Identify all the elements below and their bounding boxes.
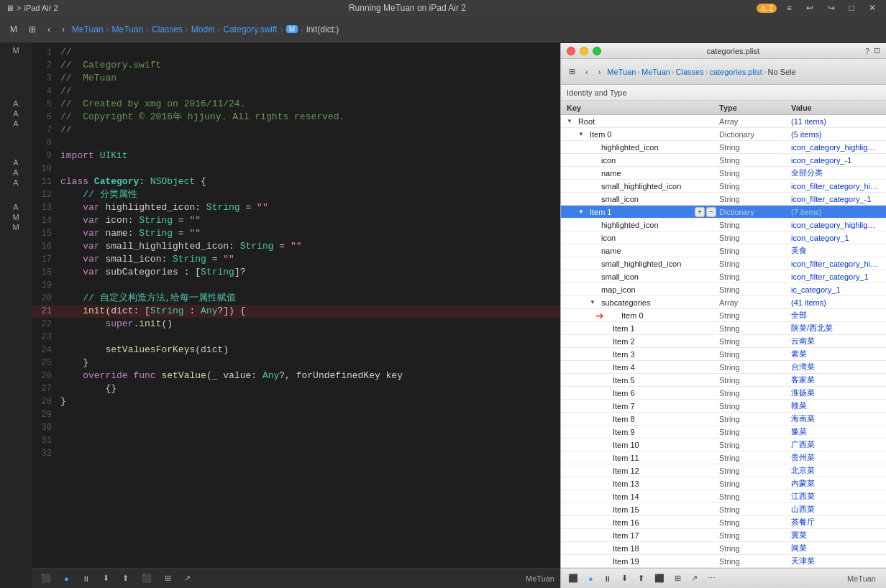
plist-row-sub-item13[interactable]: Item 13String内蒙菜 [561,477,886,490]
bc-model[interactable]: Model [191,24,215,35]
plist-value-subcategories: (41 items) [791,298,886,307]
pbc-classes[interactable]: Classes [676,68,704,76]
bc-m-badge[interactable]: M [286,25,298,33]
plist-key-sub-item10: Item 10 [561,441,719,449]
plist-back-btn[interactable]: ⊞ [565,65,579,78]
plist-bottom-icon6[interactable]: ⬛ [652,572,667,584]
plist-row-sub-item14[interactable]: Item 14String江西菜 [561,490,886,503]
plist-row-item0[interactable]: Item 0Dictionary(5 items) [561,128,886,141]
code-bottom-icon5[interactable]: ⬆ [119,572,132,584]
plist-row-item1-map_icon[interactable]: map_iconStringic_category_1 [561,283,886,296]
plist-row-sub-item18[interactable]: Item 18String闽菜 [561,542,886,555]
forward-btn[interactable]: › [58,22,69,37]
plist-nav-fwd[interactable]: › [595,66,605,78]
traffic-light-red[interactable] [567,47,575,55]
bc-metuan2[interactable]: MeTuan [112,24,144,35]
triangle-icon-item0[interactable] [578,131,584,137]
plist-row-item1-small_highlighted_icon[interactable]: small_highlighted_iconStringicon_filter_… [561,257,886,270]
plist-row-item0-highlighted_icon[interactable]: highlighted_iconStringicon_category_high… [561,141,886,154]
plist-row-sub-item1[interactable]: Item 1String陕菜/西北菜 [561,322,886,335]
plist-key-text-sub-item8: Item 8 [613,415,635,423]
plist-row-sub-item19[interactable]: Item 19String天津菜 [561,555,886,568]
breadcrumb-label[interactable]: iPad Air 2 [24,4,58,12]
plist-row-sub-item17[interactable]: Item 17String冀菜 [561,529,886,542]
plist-row-item0-name[interactable]: nameString全部分类 [561,167,886,180]
plist-bottom-icon9[interactable]: ⋯ [705,572,718,584]
plist-row-item1[interactable]: Item 1+−Dictionary(7 items) [561,206,886,219]
code-bottom-icon2[interactable]: ● [60,573,73,584]
triangle-icon-item1[interactable] [578,208,584,215]
pbc-metuan2[interactable]: MeTuan [641,68,670,76]
bc-classes[interactable]: Classes [152,24,183,35]
gutter-label-a7: A [13,203,18,211]
plist-key-item0-name: name [561,169,719,178]
code-line-6: 6 // Copyright © 2016年 hjjuny. All right… [32,111,560,124]
plist-row-subcategories[interactable]: subcategoriesArray(41 items) [561,296,886,309]
back-btn[interactable]: ‹ [43,22,55,37]
plist-bottom-icon3[interactable]: ⏸ [600,573,614,584]
plist-row-sub-item12[interactable]: Item 12String北京菜 [561,464,886,477]
plist-row-sub-item16[interactable]: Item 16String茶餐厅 [561,516,886,529]
plist-key-item1-map_icon: map_icon [561,285,719,294]
bc-metuan1[interactable]: MeTuan [72,24,104,35]
plist-row-sub-item15[interactable]: Item 15String山西菜 [561,503,886,516]
close-btn[interactable]: ✕ [864,1,880,15]
code-bottom-icon1[interactable]: ⬛ [37,572,55,584]
code-bottom-icon6[interactable]: ⬛ [138,572,155,584]
plist-row-sub-item6[interactable]: Item 6String淮扬菜 [561,387,886,400]
plist-row-sub-item0[interactable]: ➔Item 0String全部 [561,309,886,322]
plist-row-item0-small_highlighted_icon[interactable]: small_highlighted_iconStringicon_filter_… [561,180,886,193]
code-bottom-icon8[interactable]: ↗ [181,572,194,584]
plist-type-sub-item4: String [719,363,791,372]
sidebar-toggle-btn[interactable]: M [6,22,22,37]
plist-row-item1-highlighted_icon[interactable]: highlighted_iconStringicon_category_high… [561,219,886,231]
plist-content[interactable]: RootArray(11 items)Item 0Dictionary(5 it… [561,115,886,568]
code-bottom-icon4[interactable]: ⬇ [99,572,113,584]
plist-row-sub-item3[interactable]: Item 3String素菜 [561,348,886,361]
bc-category-swift[interactable]: Category.swift [224,24,278,35]
code-bottom-icon7[interactable]: ⊞ [161,572,175,584]
plist-type-sub-item19: String [719,557,791,566]
plist-bottom-icon2[interactable]: ● [585,573,596,584]
plist-row-item0-small_icon[interactable]: small_iconStringicon_filter_category_-1 [561,193,886,206]
plist-bottom-icon8[interactable]: ↗ [688,572,700,584]
plist-row-sub-item9[interactable]: Item 9String豫菜 [561,426,886,438]
window-btn[interactable]: □ [845,1,859,15]
pbc-categories-plist[interactable]: categories.plist [709,68,762,76]
warning-badge[interactable]: ⚠ 2 [757,4,776,13]
plist-add-btn-item1[interactable]: + [695,207,705,217]
plist-del-btn-item1[interactable]: − [706,207,716,217]
code-bottom-icon3[interactable]: ⏸ [78,573,93,584]
plist-row-sub-item5[interactable]: Item 5String客家菜 [561,374,886,387]
plist-bottom-icon4[interactable]: ⬇ [618,572,631,584]
main-area: M A A A A A A A M M 1 // 2 // Category.s… [0,43,886,588]
plist-row-sub-item10[interactable]: Item 10String广西菜 [561,438,886,451]
undo-btn[interactable]: ↩ [802,1,818,15]
plist-bottom-icon7[interactable]: ⊞ [672,572,684,584]
plist-row-item1-name[interactable]: nameString美食 [561,244,886,257]
plist-row-sub-item2[interactable]: Item 2String云南菜 [561,335,886,348]
triangle-icon-root[interactable] [567,118,572,124]
plist-row-root[interactable]: RootArray(11 items) [561,115,886,128]
redo-btn[interactable]: ↪ [823,1,839,15]
window-title: Running MeTuan on iPad Air 2 [58,3,757,13]
plist-help-btn[interactable]: ? [865,47,869,55]
triangle-icon-subcategories[interactable] [590,299,595,306]
grid-view-btn[interactable]: ⊞ [24,22,40,37]
plist-row-sub-item7[interactable]: Item 7String赣菜 [561,400,886,413]
traffic-light-green[interactable] [593,47,601,55]
plist-row-item1-icon[interactable]: iconStringicon_category_1 [561,231,886,244]
pbc-metuan1[interactable]: MeTuan [607,68,636,76]
traffic-light-yellow[interactable] [580,47,588,55]
hamburger-btn[interactable]: ≡ [782,1,796,15]
plist-bottom-icon5[interactable]: ⬆ [635,572,647,584]
code-content[interactable]: 1 // 2 // Category.swift 3 // MeTuan 4 /… [32,43,560,568]
plist-row-sub-item4[interactable]: Item 4String台湾菜 [561,361,886,374]
plist-expand-btn[interactable]: ⊡ [874,46,880,55]
plist-row-sub-item11[interactable]: Item 11String贵州菜 [561,451,886,464]
plist-nav-back[interactable]: ‹ [582,66,592,78]
plist-row-item1-small_icon[interactable]: small_iconStringicon_filter_category_1 [561,270,886,283]
plist-row-sub-item8[interactable]: Item 8String海南菜 [561,413,886,426]
plist-row-item0-icon[interactable]: iconStringicon_category_-1 [561,154,886,167]
plist-bottom-icon1[interactable]: ⬛ [565,572,581,584]
